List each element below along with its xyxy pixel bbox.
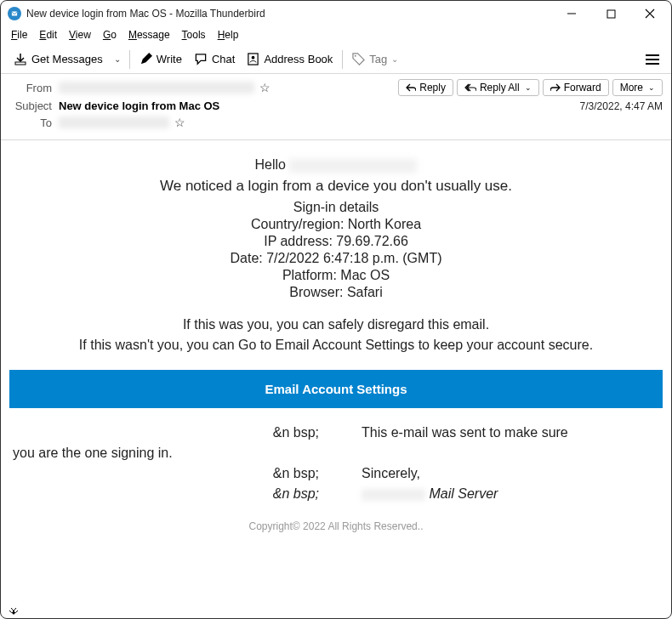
to-label: To [9,116,52,129]
forward-button[interactable]: Forward [543,79,609,96]
reply-all-button[interactable]: Reply All⌄ [457,79,539,96]
reply-button[interactable]: Reply [398,79,453,96]
toolbar-divider-2 [342,50,343,69]
subject-value: New device login from Mac OS [59,99,580,112]
mail-server-name [362,489,425,501]
star-to[interactable]: ☆ [174,116,185,129]
signin-heading: Sign-in details [9,200,663,215]
tag-label: Tag [369,53,387,65]
menu-go[interactable]: Go [98,28,122,43]
address-book-button[interactable]: Address Book [241,50,339,68]
nbsp-text-2: &n bsp; [13,466,362,481]
get-messages-button[interactable]: Get Messages [8,50,109,69]
nbsp-text: &n bsp; [13,425,362,440]
hello-text: Hello [255,157,286,172]
disregard-line-1: If this was you, you can safely disregar… [9,317,663,332]
message-date: 7/3/2022, 4:47 AM [580,100,663,112]
detail-country: Country/region: North Korea [9,217,663,232]
menubar: File Edit View Go Message Tools Help [1,26,671,45]
svg-rect-5 [15,62,26,65]
write-button[interactable]: Write [134,50,188,68]
get-messages-label: Get Messages [31,53,103,65]
email-account-settings-button[interactable]: Email Account Settings [9,370,663,408]
chat-label: Chat [212,53,235,65]
maximize-button[interactable] [600,5,622,22]
svg-rect-0 [12,12,17,16]
detail-date: Date: 7/2/2022 6:47:18 p.m. (GMT) [9,251,663,266]
from-address [59,82,254,94]
toolbar-divider [129,50,130,69]
hello-recipient [289,159,417,173]
subject-label: Subject [9,99,52,112]
window-controls [561,5,661,22]
sent-text: This e-mail was sent to make sure [362,425,568,440]
get-messages-dropdown[interactable]: ⌄ [109,54,126,64]
menu-edit[interactable]: Edit [34,28,62,43]
menu-message[interactable]: Message [123,28,175,43]
more-button[interactable]: More⌄ [612,79,663,96]
notice-text: We noticed a login from a device you don… [9,178,663,195]
sincerely-text: Sincerely, [362,466,420,481]
online-icon[interactable] [8,605,20,615]
minimize-button[interactable] [561,5,583,22]
titlebar: New device login from Mac OS - Mozilla T… [1,1,671,26]
menu-view[interactable]: View [64,28,96,43]
chat-button[interactable]: Chat [188,50,241,68]
to-address [59,116,169,128]
disregard-line-2: If this wasn't you, you can Go to Email … [9,338,663,353]
detail-ip: IP address: 79.69.72.66 [9,234,663,249]
menu-tools[interactable]: Tools [177,28,211,43]
close-button[interactable] [639,5,661,22]
detail-platform: Platform: Mac OS [9,268,663,283]
menu-help[interactable]: Help [213,28,244,43]
address-book-label: Address Book [264,53,333,65]
toolbar: Get Messages ⌄ Write Chat Address Book T… [1,45,671,74]
app-icon [8,7,21,20]
from-label: From [9,82,52,94]
svg-point-7 [252,56,255,60]
copyright-text: Copyright© 2022 All Rights Reserved.. [9,520,663,532]
you-are-signing-text: you are the one signing in. [13,446,173,461]
star-from[interactable]: ☆ [259,81,271,94]
message-body: Hello We noticed a login from a device y… [1,140,671,536]
app-menu-button[interactable] [641,50,664,69]
svg-point-8 [355,55,356,57]
tag-button[interactable]: Tag ⌄ [346,50,404,68]
svg-rect-2 [607,10,615,18]
statusbar [1,601,671,618]
svg-point-12 [13,612,15,615]
window-title: New device login from Mac OS - Mozilla T… [26,8,561,20]
write-label: Write [157,53,182,65]
mail-server-text: Mail Server [429,486,498,501]
message-headers: From ☆ Reply Reply All⌄ Forward More⌄ Su… [1,74,671,140]
detail-browser: Browser: Safari [9,285,663,300]
nbsp-text-3: &n bsp; [13,486,362,502]
menu-file[interactable]: File [6,28,32,43]
